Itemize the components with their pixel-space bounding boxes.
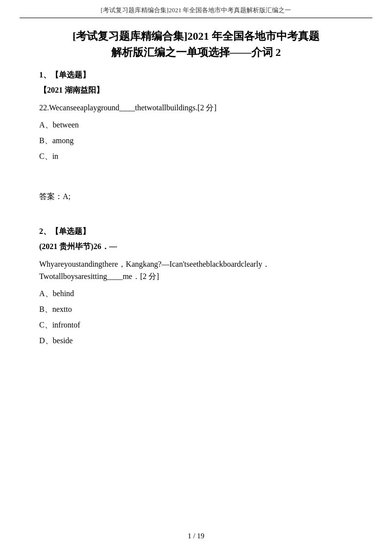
page-footer: 1 / 19 bbox=[0, 532, 392, 540]
header-divider bbox=[20, 18, 372, 18]
question-1: 1、【单选题】 【2021 湖南益阳】 22.Wecanseeaplaygrou… bbox=[39, 70, 353, 162]
question-2-source: (2021 贵州毕节)26．— bbox=[39, 242, 353, 252]
question-2-option-c: C、infrontof bbox=[39, 319, 353, 331]
question-1-source: 【2021 湖南益阳】 bbox=[39, 85, 353, 96]
page-header-label: [考试复习题库精编合集]2021 年全国各地市中考真题解析版汇编之一 bbox=[0, 0, 392, 18]
question-1-label: 1、【单选题】 bbox=[39, 70, 353, 80]
question-2-text: Whyareyoustandingthere，Kangkang?—Ican'ts… bbox=[39, 258, 353, 283]
header-title-text: [考试复习题库精编合集]2021 年全国各地市中考真题解析版汇编之一 bbox=[101, 6, 292, 14]
title-line2: 解析版汇编之一单项选择——介词 2 bbox=[29, 44, 363, 60]
question-1-answer: 答案：A; bbox=[39, 192, 353, 202]
spacer-1 bbox=[39, 167, 353, 182]
content-area: 1、【单选题】 【2021 湖南益阳】 22.Wecanseeaplaygrou… bbox=[0, 70, 392, 347]
question-2-option-d: D、beside bbox=[39, 335, 353, 347]
question-2: 2、【单选题】 (2021 贵州毕节)26．— Whyareyoustandin… bbox=[39, 227, 353, 347]
question-1-option-a: A、between bbox=[39, 119, 353, 131]
question-2-label: 2、【单选题】 bbox=[39, 227, 353, 237]
question-2-option-b: B、nextto bbox=[39, 303, 353, 315]
main-title: [考试复习题库精编合集]2021 年全国各地市中考真题 解析版汇编之一单项选择—… bbox=[29, 28, 363, 60]
question-1-text: 22.Wecanseeaplayground____thetwotallbuil… bbox=[39, 101, 353, 114]
question-1-option-b: B、among bbox=[39, 135, 353, 147]
title-line1: [考试复习题库精编合集]2021 年全国各地市中考真题 bbox=[29, 28, 363, 44]
page-number: 1 / 19 bbox=[188, 532, 204, 540]
spacer-2 bbox=[39, 212, 353, 227]
question-2-option-a: A、behind bbox=[39, 288, 353, 300]
question-1-option-c: C、in bbox=[39, 151, 353, 162]
